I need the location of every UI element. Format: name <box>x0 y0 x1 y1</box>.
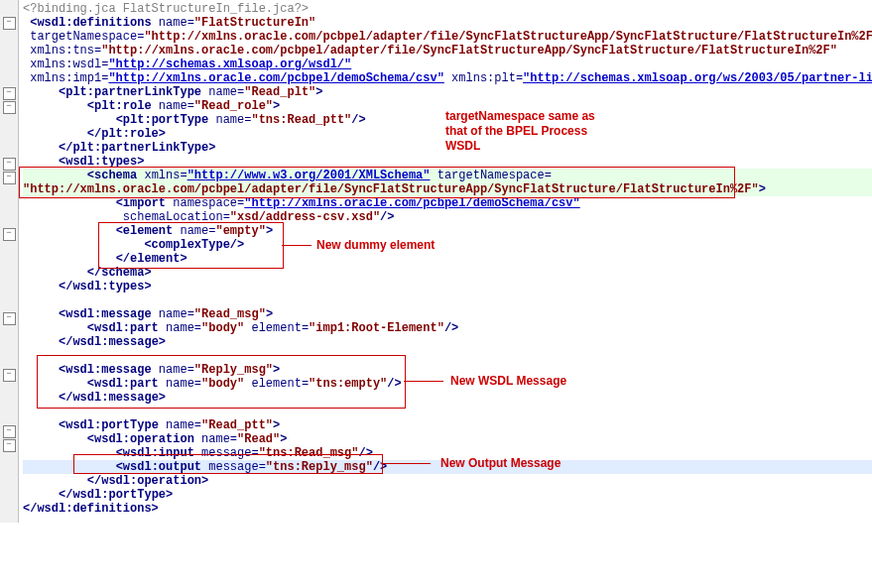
tag: <wsdl:input <box>116 446 194 460</box>
tag: <wsdl:portType <box>59 418 159 432</box>
processing-instruction: <?binding.jca FlatStructureIn_file.jca?> <box>23 2 309 16</box>
tag-close: </wsdl:message> <box>59 335 166 349</box>
fold-toggle[interactable]: − <box>3 312 16 325</box>
fold-toggle[interactable]: − <box>3 439 16 452</box>
attr-val: "tns:Read_ptt" <box>251 113 351 127</box>
tag-close: </schema> <box>87 266 152 280</box>
tag-close: </wsdl:portType> <box>59 488 173 502</box>
fold-toggle[interactable]: − <box>3 228 16 241</box>
tag: <wsdl:output <box>116 460 201 474</box>
tag-close: > <box>273 418 280 432</box>
attr: name= <box>159 307 194 321</box>
attr-val: "xsd/address-csv.xsd" <box>230 210 380 224</box>
attr: xmlns:wsdl= <box>30 58 108 71</box>
tag-open: <wsdl:definitions <box>30 16 151 30</box>
attr-val: "Read" <box>237 432 280 446</box>
tag-close: /> <box>351 113 365 127</box>
attr: targetNamespace= <box>30 30 144 44</box>
tag: <plt:role <box>87 99 152 113</box>
attr-val: "http://xmlns.oracle.com/pcbpel/adapter/… <box>144 30 872 44</box>
attr-val: "Reply_msg" <box>194 363 273 377</box>
attr: xmlns:tns= <box>30 44 101 58</box>
attr-val: "tns:empty" <box>309 377 387 391</box>
fold-toggle[interactable]: − <box>3 87 16 100</box>
attr: name= <box>166 321 201 335</box>
attr-val: "body" <box>201 321 244 335</box>
attr-val: "http://xmlns.oracle.com/pcbpel/demoSche… <box>244 196 579 210</box>
fold-toggle[interactable]: − <box>3 101 16 114</box>
attr: message= <box>201 446 259 460</box>
tag: <plt:partnerLinkType <box>59 85 201 99</box>
tag-close: </plt:partnerLinkType> <box>59 141 215 155</box>
fold-toggle[interactable]: − <box>3 369 16 382</box>
tag-close: </element> <box>116 252 187 266</box>
tag: <plt:portType <box>116 113 209 127</box>
attr: name= <box>180 224 215 238</box>
tag-close: > <box>273 363 280 377</box>
code-editor: − − − − − − − − − − <? <box>0 0 872 523</box>
attr-val: "tns:Read_msg" <box>259 446 359 460</box>
tag-close: > <box>759 182 766 196</box>
tag-close: </wsdl:definitions> <box>23 502 159 516</box>
tag: <schema <box>87 169 137 182</box>
code-area[interactable]: <?binding.jca FlatStructureIn_file.jca?>… <box>19 0 872 523</box>
attr: message= <box>208 460 266 474</box>
attr: name= <box>215 113 251 127</box>
attr-val: "empty" <box>215 224 265 238</box>
attr-val: "Read_role" <box>194 99 273 113</box>
attr: name= <box>201 432 237 446</box>
attr: name= <box>166 418 201 432</box>
attr: name= <box>166 377 201 391</box>
attr: namespace= <box>173 196 244 210</box>
attr: xmlns= <box>144 169 187 182</box>
attr: schemaLocation= <box>123 210 230 224</box>
attr-val: "FlatStructureIn" <box>194 16 315 30</box>
tag-close: </wsdl:types> <box>59 280 152 294</box>
attr: name= <box>208 85 244 99</box>
fold-toggle[interactable]: − <box>3 425 16 438</box>
fold-toggle[interactable]: − <box>3 17 16 30</box>
fold-toggle[interactable]: − <box>3 158 16 171</box>
tag-close: /> <box>387 377 401 391</box>
tag-close: </wsdl:operation> <box>87 474 208 488</box>
tag: <wsdl:types> <box>59 155 144 169</box>
fold-gutter: − − − − − − − − − − <box>0 0 19 523</box>
tag-close: /> <box>380 210 394 224</box>
tag: <wsdl:part <box>87 377 159 391</box>
tag: <import <box>116 196 166 210</box>
tag-close: /> <box>373 460 387 474</box>
attr-val: "http://schemas.xmlsoap.org/wsdl/" <box>108 58 351 71</box>
tag: <wsdl:message <box>59 307 152 321</box>
tag-close: /> <box>444 321 458 335</box>
attr-val: "http://www.w3.org/2001/XMLSchema" <box>187 169 431 182</box>
attr-val: "http://xmlns.oracle.com/pcbpel/adapter/… <box>23 182 759 196</box>
tag-close: > <box>273 99 280 113</box>
attr-val: "body" <box>201 377 244 391</box>
attr-val: "imp1:Root-Element" <box>309 321 444 335</box>
attr-val: "http://schemas.xmlsoap.org/ws/2003/05/p… <box>523 71 872 85</box>
attr-val: "tns:Reply_msg" <box>266 460 373 474</box>
fold-toggle[interactable]: − <box>3 172 16 184</box>
tag-close: /> <box>358 446 372 460</box>
tag-close: > <box>280 432 287 446</box>
attr-val: "http://xmlns.oracle.com/pcbpel/demoSche… <box>108 71 443 85</box>
tag: <wsdl:message <box>59 363 152 377</box>
attr: element= <box>251 321 309 335</box>
attr: name= <box>159 363 194 377</box>
tag-close: > <box>266 224 273 238</box>
attr: element= <box>251 377 309 391</box>
attr: xmlns:plt= <box>451 71 523 85</box>
attr: name= <box>159 16 194 30</box>
attr-val: "http://xmlns.oracle.com/pcbpel/adapter/… <box>101 44 837 58</box>
attr-val: "Read_ptt" <box>201 418 273 432</box>
attr: xmlns:imp1= <box>30 71 108 85</box>
attr: targetNamespace= <box>437 169 552 182</box>
tag-close: </wsdl:message> <box>59 391 166 405</box>
attr-val: "Read_plt" <box>244 85 315 99</box>
tag-close: > <box>266 307 273 321</box>
tag: <wsdl:operation <box>87 432 194 446</box>
tag-close: </plt:role> <box>87 127 166 141</box>
tag: <element <box>116 224 174 238</box>
attr-val: "Read_msg" <box>194 307 266 321</box>
tag: <complexType/> <box>144 238 244 252</box>
